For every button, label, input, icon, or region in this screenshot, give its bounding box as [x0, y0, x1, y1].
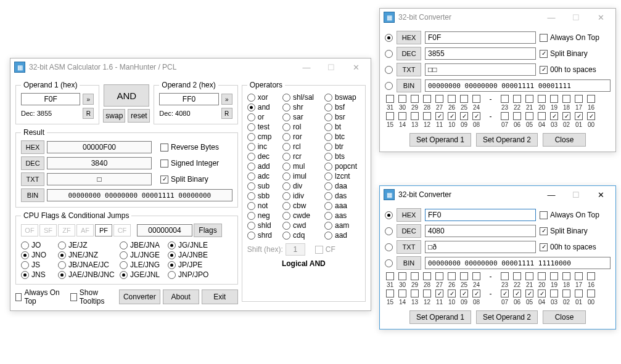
conv1-bit-27[interactable]: 27 — [434, 95, 445, 111]
conv1-bit-26[interactable]: 26 — [446, 95, 457, 111]
converter-button[interactable]: Converter — [119, 289, 160, 304]
conv2-bit-00[interactable]: 00 — [586, 289, 596, 305]
operator-aad[interactable]: aad — [324, 231, 360, 240]
conv1-bit-21[interactable]: 21 — [524, 95, 535, 111]
operator-cdq[interactable]: cdq — [282, 231, 317, 240]
flags-button[interactable]: Flags — [194, 224, 222, 237]
conv2-bit-01[interactable]: 01 — [574, 289, 584, 305]
operator-idiv[interactable]: idiv — [282, 192, 317, 200]
conv1-bit-24[interactable]: 24 — [471, 95, 482, 111]
conv2-bit-09[interactable]: ✓09 — [459, 289, 469, 305]
split-binary-checkbox[interactable]: ✓Split Binary — [160, 175, 208, 184]
reset-button[interactable]: reset — [128, 109, 150, 123]
conv2-bit-02[interactable]: 02 — [561, 289, 572, 305]
conv1-bit-20[interactable]: 20 — [537, 95, 547, 111]
swap-button[interactable]: swap — [103, 109, 125, 123]
conv1-zero-checkbox[interactable]: ✓00h to spaces — [540, 65, 596, 74]
conv2-split-checkbox[interactable]: ✓Split Binary — [540, 227, 588, 235]
conv1-bit-11[interactable]: ✓11 — [434, 112, 445, 128]
conv2-radio-bin[interactable] — [385, 259, 393, 267]
conv2-aot-checkbox[interactable]: Always On Top — [540, 211, 599, 219]
show-tooltips-checkbox[interactable]: Show Tooltips — [70, 288, 114, 305]
close-button[interactable]: Close — [543, 310, 586, 324]
set-operand1-button[interactable]: Set Operand 1 — [409, 133, 471, 147]
set-operand2-button[interactable]: Set Operand 2 — [476, 310, 538, 324]
conv1-bit-30[interactable]: 30 — [397, 95, 408, 111]
conv2-bit-29[interactable]: 29 — [409, 272, 420, 288]
conv1-bit-03[interactable]: ✓03 — [549, 112, 559, 128]
conv1-dec-field[interactable]: 3855 — [425, 47, 536, 60]
conv1-hex-field[interactable]: F0F — [425, 31, 536, 44]
conv2-zero-checkbox[interactable]: ✓00h to spaces — [540, 243, 596, 251]
operator-rcr[interactable]: rcr — [282, 152, 317, 161]
operator-popcnt[interactable]: popcnt — [324, 162, 360, 171]
conv1-bin-field[interactable]: 00000000 00000000 00001111 00001111 — [425, 79, 611, 92]
operand2-r-button[interactable]: R — [221, 108, 232, 119]
jump-jo[interactable]: JO — [21, 241, 58, 249]
conv1-radio-txt[interactable] — [385, 66, 393, 74]
conv1-bit-04[interactable]: 04 — [537, 112, 547, 128]
operation-button[interactable]: AND — [104, 84, 149, 107]
conv1-bit-15[interactable]: 15 — [385, 112, 395, 128]
conv2-bit-31[interactable]: 31 — [385, 272, 395, 288]
jump-jbe-jna[interactable]: JBE/JNA — [120, 241, 168, 249]
operator-cwde[interactable]: cwde — [282, 211, 317, 220]
operand1-nav-button[interactable]: » — [83, 94, 94, 105]
jump-js[interactable]: JS — [21, 261, 58, 269]
operator-bsr[interactable]: bsr — [324, 113, 360, 121]
conv2-bit-22[interactable]: 22 — [512, 272, 522, 288]
conv2-dec-field[interactable]: 4080 — [425, 225, 536, 237]
conv1-bit-29[interactable]: 29 — [409, 95, 420, 111]
conv1-bit-16[interactable]: 16 — [586, 95, 596, 111]
jump-jle-jng[interactable]: JLE/JNG — [120, 261, 168, 269]
close-button[interactable]: ✕ — [588, 10, 613, 25]
operator-cmp[interactable]: cmp — [247, 132, 275, 141]
conv1-bit-09[interactable]: ✓09 — [459, 112, 469, 128]
jump-jb-jnae-jc[interactable]: JB/JNAE/JC — [58, 261, 120, 269]
conv1-bit-06[interactable]: 06 — [512, 112, 522, 128]
conv1-bit-02[interactable]: ✓02 — [561, 112, 572, 128]
operand2-nav-button[interactable]: » — [221, 94, 232, 105]
set-operand1-button[interactable]: Set Operand 1 — [409, 310, 471, 324]
minimize-button[interactable]: — — [539, 187, 564, 202]
conv1-bit-10[interactable]: ✓10 — [446, 112, 457, 128]
operator-shld[interactable]: shld — [247, 221, 275, 230]
minimize-button[interactable]: — — [294, 60, 319, 75]
conv2-bit-08[interactable]: ✓08 — [471, 289, 482, 305]
conv2-bit-26[interactable]: 26 — [446, 272, 457, 288]
conv2-radio-hex[interactable] — [385, 211, 393, 219]
operator-sbb[interactable]: sbb — [247, 192, 275, 200]
conv1-bit-28[interactable]: 28 — [422, 95, 432, 111]
conv1-bit-05[interactable]: 05 — [524, 112, 535, 128]
operand1-r-button[interactable]: R — [83, 108, 94, 119]
set-operand2-button[interactable]: Set Operand 2 — [476, 133, 538, 147]
operator-or[interactable]: or — [247, 113, 275, 121]
conv1-bit-14[interactable]: 14 — [397, 112, 408, 128]
conv2-bit-20[interactable]: 20 — [537, 272, 547, 288]
operator-mul[interactable]: mul — [282, 162, 317, 171]
conv2-bit-25[interactable]: 25 — [459, 272, 469, 288]
minimize-button[interactable]: — — [539, 10, 564, 25]
conv2-bit-12[interactable]: 12 — [422, 289, 432, 305]
jump-jns[interactable]: JNS — [21, 270, 58, 279]
conv2-bit-21[interactable]: 21 — [524, 272, 535, 288]
maximize-button[interactable]: ☐ — [319, 60, 343, 75]
conv1-radio-hex[interactable] — [385, 34, 393, 42]
conv1-txt-field[interactable]: □□ — [425, 63, 536, 76]
close-button[interactable]: ✕ — [588, 187, 613, 202]
result-txt[interactable]: □ — [47, 173, 152, 185]
conv2-bit-10[interactable]: ✓10 — [446, 289, 457, 305]
operator-cwd[interactable]: cwd — [282, 221, 317, 230]
close-button[interactable]: ✕ — [343, 60, 368, 75]
operator-imul[interactable]: imul — [282, 172, 317, 180]
conv1-bit-12[interactable]: 12 — [422, 112, 432, 128]
conv2-bit-15[interactable]: 15 — [385, 289, 395, 305]
maximize-button[interactable]: ☐ — [564, 187, 588, 202]
conv1-bit-00[interactable]: ✓00 — [586, 112, 596, 128]
conv1-bit-18[interactable]: 18 — [561, 95, 572, 111]
conv1-bit-22[interactable]: 22 — [512, 95, 522, 111]
conv2-hex-field[interactable]: FF0 — [425, 209, 536, 221]
operator-xor[interactable]: xor — [247, 93, 275, 102]
operator-dec[interactable]: dec — [247, 152, 275, 161]
conv1-bit-01[interactable]: ✓01 — [574, 112, 584, 128]
